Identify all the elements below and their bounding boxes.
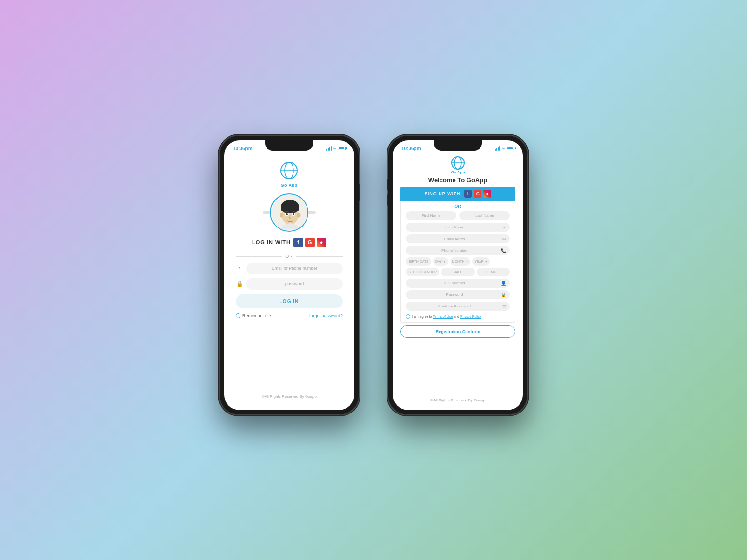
reg-google-button[interactable]: G [474, 190, 481, 198]
instagram-login-button[interactable]: ● [317, 238, 326, 247]
divider: OR [236, 254, 343, 259]
reg-social-icons: f G ● [464, 190, 491, 198]
login-screen: 10:36pm ∿ [224, 140, 354, 410]
register-screen: 10:36pm ∿ [393, 140, 523, 410]
first-name-input[interactable]: First Name [406, 211, 456, 220]
phone-icon: 📞 [501, 248, 506, 253]
svg-point-13 [293, 213, 294, 215]
nid-input[interactable]: NID Number [406, 279, 510, 288]
notch [265, 140, 313, 151]
reg-facebook-button[interactable]: f [464, 190, 472, 198]
social-icons: f G ● [293, 238, 326, 247]
reg-instagram-button[interactable]: ● [483, 190, 491, 198]
avatar [270, 193, 308, 232]
login-inputs: ⚬ Email or Phone number 🔒 password [236, 263, 343, 290]
signup-bar-label: SING UP WITH [425, 191, 460, 196]
month-select[interactable]: MONTH ▼ [450, 257, 471, 266]
gender-row: SELECT GENDER MALE FEMALE [406, 268, 510, 276]
confirm-password-row: Conform Password 🛡 [406, 302, 510, 311]
id-icon: 👤 [501, 281, 506, 286]
remember-text: Remember me [242, 313, 271, 318]
select-gender-label: SELECT GENDER [406, 268, 439, 276]
email-input[interactable]: Email Adres [406, 234, 510, 243]
app-name-text: Go App [280, 180, 297, 188]
email-icon: ✉ [502, 237, 506, 241]
status-time-reg: 10:36pm [401, 146, 421, 151]
login-button[interactable]: LOG IN [236, 294, 343, 308]
confirm-password-input[interactable]: Conform Password [406, 302, 510, 311]
volume-down-button-reg[interactable] [387, 194, 388, 206]
divider-line-left [236, 256, 282, 257]
signup-bar: SING UP WITH f G ● [400, 187, 515, 201]
birth-row: BIRTH DATE DAY ▼ MONTH ▼ YEAR ▼ [406, 257, 510, 266]
nid-row: NID Number 👤 [406, 279, 510, 288]
terms-checkbox[interactable] [406, 314, 410, 319]
notch-reg [434, 140, 482, 151]
login-phone: 10:36pm ∿ [219, 135, 359, 415]
facebook-login-button[interactable]: f [293, 238, 303, 247]
reg-app-logo: Go App [451, 156, 465, 174]
day-select[interactable]: DAY ▼ [433, 257, 448, 266]
reg-app-name: Go App [451, 170, 465, 174]
reg-password-input[interactable]: Password [406, 290, 510, 299]
social-login-section: LOG IN WITH f G ● [252, 238, 326, 247]
register-content: Go App Welcome To GoApp SING UP WITH f G… [393, 154, 523, 410]
register-button[interactable]: Registration Conform [400, 325, 515, 338]
svg-point-12 [286, 213, 288, 215]
name-row: First Name Last Name [406, 211, 510, 220]
privacy-policy-link[interactable]: Privacy Policy [460, 315, 481, 318]
phones-container: 10:36pm ∿ [219, 135, 528, 425]
password-input[interactable]: password [246, 278, 343, 290]
svg-point-8 [280, 213, 283, 218]
email-row: ⚬ Email or Phone number [236, 263, 343, 274]
password-row: 🔒 password [236, 278, 343, 290]
reg-lock-icon: 🔒 [501, 293, 506, 297]
year-select[interactable]: YEAR ▼ [472, 257, 490, 266]
remember-row: Remember me forget password? [236, 313, 343, 318]
power-button-reg[interactable] [528, 184, 529, 201]
login-with-label: LOG IN WITH [252, 240, 291, 245]
status-icons: ∿ [326, 146, 346, 151]
welcome-title: Welcome To GoApp [428, 176, 487, 184]
app-logo: Go App [280, 161, 298, 188]
form-divider: OR [406, 204, 510, 209]
svg-point-9 [297, 213, 301, 218]
email-row-reg: Email Adres ✉ [406, 234, 510, 243]
user-icon: ⚬ [236, 265, 243, 272]
shield-icon: 🛡 [502, 304, 506, 309]
signal-icon [326, 146, 332, 151]
phone-input[interactable]: Phone Number [406, 246, 510, 255]
google-login-button[interactable]: G [305, 238, 315, 247]
volume-up-button-reg[interactable] [387, 179, 388, 190]
avatar-container [263, 193, 316, 232]
volume-down-button[interactable] [218, 194, 219, 206]
logo-icon [280, 161, 298, 180]
divider-text: OR [285, 254, 293, 259]
username-row: User Name ⚬ [406, 223, 510, 232]
email-phone-input[interactable]: Email or Phone number [246, 263, 343, 274]
terms-row: I am agree to Terms of Use and Privacy P… [406, 313, 510, 320]
power-button[interactable] [359, 184, 360, 201]
remember-checkbox[interactable] [236, 313, 240, 318]
user-icon-reg: ⚬ [502, 225, 506, 230]
volume-up-button[interactable] [218, 179, 219, 190]
register-phone: 10:36pm ∿ [388, 135, 528, 415]
phone-row: Phone Number 📞 [406, 246, 510, 255]
terms-of-use-link[interactable]: Terms of Use [433, 315, 453, 318]
forgot-password-link[interactable]: forget password? [309, 313, 343, 318]
battery-icon-reg [507, 147, 514, 150]
lock-icon: 🔒 [236, 280, 243, 287]
register-form: OR First Name Last Name User Name ⚬ Emai… [400, 201, 515, 323]
username-input[interactable]: User Name [406, 223, 510, 232]
remember-me-label: Remember me [236, 313, 271, 318]
male-button[interactable]: MALE [441, 268, 474, 276]
status-icons-reg: ∿ [495, 146, 514, 151]
last-name-input[interactable]: Last Name [459, 211, 510, 220]
reg-footer: ©All Rights Reserved By Goapp [430, 398, 485, 406]
wifi-icon-reg: ∿ [502, 147, 505, 151]
reg-logo-icon [451, 156, 465, 170]
reg-password-row: Password 🔒 [406, 290, 510, 299]
female-button[interactable]: FEMALE [477, 268, 510, 276]
login-content: Go App [224, 154, 354, 410]
face-illustration [271, 194, 308, 232]
